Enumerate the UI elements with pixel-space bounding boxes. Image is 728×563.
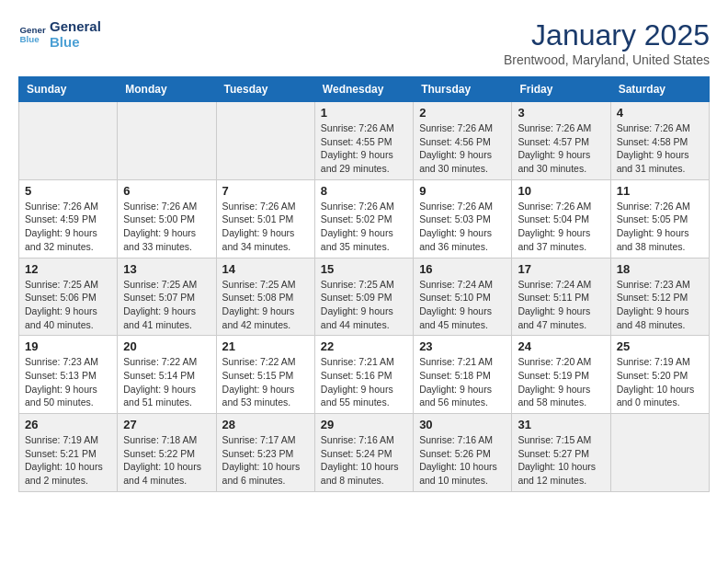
day-info: Sunrise: 7:26 AM Sunset: 5:04 PM Dayligh… (518, 200, 604, 254)
calendar-cell: 23Sunrise: 7:21 AM Sunset: 5:18 PM Dayli… (414, 336, 512, 414)
day-number: 26 (25, 418, 111, 431)
title-area: January 2025 Brentwood, Maryland, United… (504, 18, 710, 67)
day-info: Sunrise: 7:26 AM Sunset: 5:02 PM Dayligh… (321, 200, 407, 254)
day-number: 16 (419, 262, 506, 276)
day-info: Sunrise: 7:25 AM Sunset: 5:09 PM Dayligh… (321, 278, 407, 332)
calendar-cell: 19Sunrise: 7:23 AM Sunset: 5:13 PM Dayli… (19, 336, 118, 414)
day-number: 4 (617, 106, 703, 120)
day-info: Sunrise: 7:25 AM Sunset: 5:06 PM Dayligh… (25, 278, 111, 332)
day-number: 31 (518, 418, 604, 431)
day-number: 3 (518, 106, 604, 120)
day-info: Sunrise: 7:22 AM Sunset: 5:15 PM Dayligh… (222, 355, 309, 409)
calendar-cell: 9Sunrise: 7:26 AM Sunset: 5:03 PM Daylig… (414, 179, 512, 258)
calendar-cell (216, 102, 314, 180)
calendar-cell: 17Sunrise: 7:24 AM Sunset: 5:11 PM Dayli… (512, 258, 610, 336)
calendar-cell: 1Sunrise: 7:26 AM Sunset: 4:55 PM Daylig… (314, 102, 413, 180)
day-number: 30 (419, 418, 506, 431)
calendar-cell: 31Sunrise: 7:15 AM Sunset: 5:27 PM Dayli… (512, 414, 610, 492)
calendar-week-row: 26Sunrise: 7:19 AM Sunset: 5:21 PM Dayli… (19, 414, 710, 492)
day-number: 27 (123, 418, 210, 431)
calendar-cell: 18Sunrise: 7:23 AM Sunset: 5:12 PM Dayli… (610, 258, 709, 336)
day-number: 1 (321, 106, 407, 120)
weekday-header: Wednesday (314, 77, 413, 102)
day-info: Sunrise: 7:16 AM Sunset: 5:26 PM Dayligh… (419, 433, 506, 488)
day-info: Sunrise: 7:20 AM Sunset: 5:19 PM Dayligh… (518, 355, 604, 409)
calendar-week-row: 12Sunrise: 7:25 AM Sunset: 5:06 PM Dayli… (19, 258, 710, 336)
calendar-cell: 6Sunrise: 7:26 AM Sunset: 5:00 PM Daylig… (118, 179, 216, 258)
day-number: 5 (25, 184, 111, 198)
day-number: 11 (617, 184, 703, 198)
calendar-cell: 4Sunrise: 7:26 AM Sunset: 4:58 PM Daylig… (610, 102, 709, 180)
svg-text:General: General (20, 25, 47, 35)
weekday-header: Monday (118, 77, 216, 102)
calendar-header-row: SundayMondayTuesdayWednesdayThursdayFrid… (19, 77, 710, 102)
day-number: 6 (123, 184, 210, 198)
calendar-cell: 14Sunrise: 7:25 AM Sunset: 5:08 PM Dayli… (216, 258, 314, 336)
calendar-cell: 5Sunrise: 7:26 AM Sunset: 4:59 PM Daylig… (19, 179, 118, 258)
weekday-header: Saturday (610, 77, 709, 102)
day-number: 7 (222, 184, 309, 198)
day-info: Sunrise: 7:26 AM Sunset: 4:57 PM Dayligh… (518, 121, 604, 176)
day-info: Sunrise: 7:19 AM Sunset: 5:20 PM Dayligh… (617, 355, 703, 409)
day-number: 10 (518, 184, 604, 198)
calendar-cell: 16Sunrise: 7:24 AM Sunset: 5:10 PM Dayli… (414, 258, 512, 336)
calendar-cell (19, 102, 118, 180)
day-info: Sunrise: 7:18 AM Sunset: 5:22 PM Dayligh… (123, 433, 210, 488)
day-info: Sunrise: 7:21 AM Sunset: 5:18 PM Dayligh… (419, 355, 506, 409)
logo-icon: General Blue (18, 20, 46, 48)
calendar-cell: 20Sunrise: 7:22 AM Sunset: 5:14 PM Dayli… (118, 336, 216, 414)
calendar-cell: 30Sunrise: 7:16 AM Sunset: 5:26 PM Dayli… (414, 414, 512, 492)
day-number: 13 (123, 262, 210, 276)
calendar-cell: 3Sunrise: 7:26 AM Sunset: 4:57 PM Daylig… (512, 102, 610, 180)
day-info: Sunrise: 7:26 AM Sunset: 5:03 PM Dayligh… (419, 200, 506, 254)
day-info: Sunrise: 7:19 AM Sunset: 5:21 PM Dayligh… (25, 433, 111, 488)
day-number: 23 (419, 339, 506, 353)
calendar-cell: 13Sunrise: 7:25 AM Sunset: 5:07 PM Dayli… (118, 258, 216, 336)
day-number: 24 (518, 339, 604, 353)
weekday-header: Friday (512, 77, 610, 102)
day-info: Sunrise: 7:26 AM Sunset: 4:56 PM Dayligh… (419, 121, 506, 176)
day-number: 17 (518, 262, 604, 276)
calendar-cell: 26Sunrise: 7:19 AM Sunset: 5:21 PM Dayli… (19, 414, 118, 492)
day-number: 15 (321, 262, 407, 276)
day-info: Sunrise: 7:26 AM Sunset: 5:01 PM Dayligh… (222, 200, 309, 254)
day-info: Sunrise: 7:23 AM Sunset: 5:12 PM Dayligh… (617, 278, 703, 332)
day-info: Sunrise: 7:26 AM Sunset: 4:58 PM Dayligh… (617, 121, 703, 176)
day-info: Sunrise: 7:15 AM Sunset: 5:27 PM Dayligh… (518, 433, 604, 488)
day-info: Sunrise: 7:25 AM Sunset: 5:07 PM Dayligh… (123, 278, 210, 332)
calendar-cell: 24Sunrise: 7:20 AM Sunset: 5:19 PM Dayli… (512, 336, 610, 414)
location: Brentwood, Maryland, United States (504, 52, 710, 67)
day-info: Sunrise: 7:16 AM Sunset: 5:24 PM Dayligh… (321, 433, 407, 488)
day-info: Sunrise: 7:21 AM Sunset: 5:16 PM Dayligh… (321, 355, 407, 409)
day-info: Sunrise: 7:26 AM Sunset: 4:59 PM Dayligh… (25, 200, 111, 254)
day-number: 14 (222, 262, 309, 276)
day-info: Sunrise: 7:26 AM Sunset: 5:05 PM Dayligh… (617, 200, 703, 254)
day-number: 12 (25, 262, 111, 276)
calendar-cell: 25Sunrise: 7:19 AM Sunset: 5:20 PM Dayli… (610, 336, 709, 414)
calendar-cell: 28Sunrise: 7:17 AM Sunset: 5:23 PM Dayli… (216, 414, 314, 492)
day-number: 21 (222, 339, 309, 353)
day-info: Sunrise: 7:22 AM Sunset: 5:14 PM Dayligh… (123, 355, 210, 409)
day-number: 20 (123, 339, 210, 353)
day-info: Sunrise: 7:24 AM Sunset: 5:10 PM Dayligh… (419, 278, 506, 332)
calendar-cell: 11Sunrise: 7:26 AM Sunset: 5:05 PM Dayli… (610, 179, 709, 258)
header: General Blue General Blue January 2025 B… (18, 18, 710, 67)
day-number: 22 (321, 339, 407, 353)
calendar-cell: 22Sunrise: 7:21 AM Sunset: 5:16 PM Dayli… (314, 336, 413, 414)
day-info: Sunrise: 7:17 AM Sunset: 5:23 PM Dayligh… (222, 433, 309, 488)
calendar-week-row: 5Sunrise: 7:26 AM Sunset: 4:59 PM Daylig… (19, 179, 710, 258)
calendar-cell: 2Sunrise: 7:26 AM Sunset: 4:56 PM Daylig… (414, 102, 512, 180)
logo-line1: General (50, 18, 101, 34)
svg-text:Blue: Blue (20, 34, 40, 44)
logo-line2: Blue (50, 34, 101, 50)
day-number: 28 (222, 418, 309, 431)
day-number: 8 (321, 184, 407, 198)
calendar-cell: 7Sunrise: 7:26 AM Sunset: 5:01 PM Daylig… (216, 179, 314, 258)
day-number: 2 (419, 106, 506, 120)
calendar-cell: 12Sunrise: 7:25 AM Sunset: 5:06 PM Dayli… (19, 258, 118, 336)
day-number: 25 (617, 339, 703, 353)
calendar-week-row: 1Sunrise: 7:26 AM Sunset: 4:55 PM Daylig… (19, 102, 710, 180)
month-year: January 2025 (504, 18, 710, 52)
day-info: Sunrise: 7:26 AM Sunset: 4:55 PM Dayligh… (321, 121, 407, 176)
day-info: Sunrise: 7:25 AM Sunset: 5:08 PM Dayligh… (222, 278, 309, 332)
